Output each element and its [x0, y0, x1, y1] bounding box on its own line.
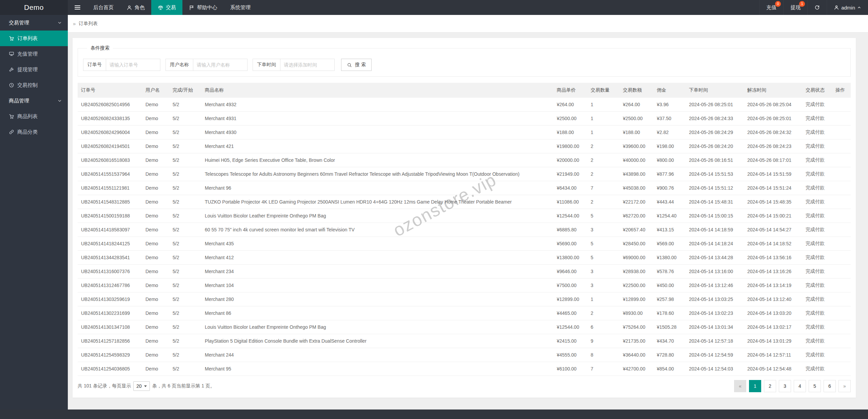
sidebar-item[interactable]: 订单列表: [0, 31, 68, 46]
nav-item[interactable]: 后台首页: [87, 0, 120, 15]
cell-order-time: 2024-05-14 14:18:24: [686, 237, 744, 251]
footer-strip: [0, 410, 868, 419]
cell-order-time: 2024-05-14 13:16:00: [686, 265, 744, 279]
cell-order-time: 2024-05-14 13:01:34: [686, 320, 744, 334]
user-menu[interactable]: admin: [827, 0, 868, 15]
table-row: UB2405260824338135 Demo 5/2 Merchant 493…: [78, 112, 851, 126]
board-icon: [9, 51, 14, 57]
refresh-button[interactable]: [807, 0, 827, 15]
cell-commission: ¥443.44: [653, 195, 686, 209]
cell-actions: [832, 279, 851, 292]
recharge-badge: 0: [775, 1, 781, 7]
page-button[interactable]: 5: [809, 380, 821, 392]
cell-commission: ¥728.80: [653, 348, 686, 362]
cell-unit-price: ¥19800.00: [553, 139, 587, 153]
sidebar-group-goods[interactable]: 商品管理: [0, 93, 68, 109]
sidebar-item[interactable]: 交易控制: [0, 77, 68, 93]
cell-actions: [832, 98, 851, 112]
table-header-cell: 订单号: [78, 83, 142, 98]
page-button[interactable]: 4: [794, 380, 806, 392]
breadcrumb: » 订单列表: [68, 15, 868, 33]
page-button[interactable]: »: [839, 380, 851, 392]
table-header-cell: 商品单价: [553, 83, 587, 98]
cell-amount: ¥69000.00: [619, 251, 653, 265]
search-field-input[interactable]: [280, 59, 335, 71]
cell-unit-price: ¥12544.00: [553, 209, 587, 223]
cell-amount: ¥188.00: [619, 126, 653, 139]
search-field-label: 订单号: [83, 59, 106, 71]
search-field-label: 下单时间: [253, 59, 280, 71]
nav-item[interactable]: 交易: [151, 0, 182, 15]
cell-progress: 5/2: [169, 126, 201, 139]
cell-username: Demo: [142, 306, 169, 320]
page-button[interactable]: «: [734, 380, 746, 392]
cell-status: 完成付款: [802, 320, 832, 334]
cell-username: Demo: [142, 251, 169, 265]
page-button[interactable]: 1: [749, 380, 761, 392]
cell-unit-price: ¥21949.00: [553, 167, 587, 181]
table-row: UB2405141418583097 Demo 5/2 60 55 70 75"…: [78, 223, 851, 237]
cell-actions: [832, 320, 851, 334]
search-field-input[interactable]: [193, 59, 248, 71]
cell-status: 完成付款: [802, 167, 832, 181]
sidebar-group-trade[interactable]: 交易管理: [0, 15, 68, 31]
cell-amount: ¥12899.00: [619, 292, 653, 306]
nav-item[interactable]: 角色: [120, 0, 151, 15]
cell-unfreeze-time: 2024-05-14 15:51:59: [744, 167, 802, 181]
cell-product-name: Merchant 4930: [201, 126, 553, 139]
cell-order-no: UB2405260824194501: [78, 139, 142, 153]
search-field-input[interactable]: [106, 59, 160, 71]
sidebar-item[interactable]: 商品列表: [0, 109, 68, 124]
cell-quantity: 1: [587, 126, 619, 139]
search-button[interactable]: 搜 索: [341, 59, 372, 71]
page-button[interactable]: 6: [824, 380, 836, 392]
search-panel-legend: 条件搜索: [87, 45, 113, 51]
pagination-pages: « 1 2 3 4 5 6 »: [731, 380, 851, 392]
cell-actions: [832, 237, 851, 251]
cell-unit-price: ¥6434.00: [553, 181, 587, 195]
cell-quantity: 2: [587, 167, 619, 181]
recharge-button[interactable]: 充值 0: [759, 0, 783, 15]
page-size-select[interactable]: 20: [133, 381, 150, 391]
page-button[interactable]: 2: [764, 380, 776, 392]
header-actions: 充值 0 提现 1 admin: [759, 0, 868, 15]
menu-toggle-button[interactable]: [68, 0, 87, 15]
cell-amount: ¥45038.00: [619, 181, 653, 195]
cell-commission: ¥2.82: [653, 126, 686, 139]
sidebar-item[interactable]: 充值管理: [0, 46, 68, 62]
cell-amount: ¥43898.00: [619, 167, 653, 181]
cell-unfreeze-time: 2024-05-14 12:54:48: [744, 362, 802, 376]
cell-username: Demo: [142, 265, 169, 279]
sidebar-item[interactable]: 商品分类: [0, 124, 68, 140]
cell-actions: [832, 348, 851, 362]
table-header-cell: 操作: [832, 83, 851, 98]
sidebar-item[interactable]: 提现管理: [0, 62, 68, 77]
cell-actions: [832, 153, 851, 167]
orders-table: 订单号 用户名 完成/开始 商品名称 商品单价 交易数量: [78, 83, 851, 376]
sidebar-item-label: 商品列表: [17, 113, 38, 120]
cell-amount: ¥75264.00: [619, 320, 653, 334]
cell-actions: [832, 334, 851, 348]
cell-order-time: 2024-05-14 13:02:23: [686, 306, 744, 320]
cell-order-time: 2024-05-14 15:51:12: [686, 181, 744, 195]
cell-status: 完成付款: [802, 265, 832, 279]
cell-order-no: UB2405141301347108: [78, 320, 142, 334]
breadcrumb-current: 订单列表: [79, 21, 98, 27]
search-field-group: 用户名称: [165, 59, 248, 71]
nav-item[interactable]: 帮助中心: [182, 0, 224, 15]
cell-order-no: UB2405141551537964: [78, 167, 142, 181]
cell-progress: 5/2: [169, 223, 201, 237]
cell-username: Demo: [142, 153, 169, 167]
cell-username: Demo: [142, 279, 169, 292]
cell-product-name: Merchant 96: [201, 181, 553, 195]
page-button[interactable]: 3: [779, 380, 791, 392]
cell-unfreeze-time: 2024-05-26 08:24:23: [744, 139, 802, 153]
cell-actions: [832, 306, 851, 320]
withdraw-button[interactable]: 提现 1: [783, 0, 807, 15]
cell-unit-price: ¥4465.00: [553, 306, 587, 320]
nav-item[interactable]: 系统管理: [224, 0, 257, 15]
cell-unfreeze-time: 2024-05-14 13:03:20: [744, 306, 802, 320]
table-row: UB2405141257182856 Demo 5/2 PlayStation …: [78, 334, 851, 348]
table-row: UB2405141316007376 Demo 5/2 Merchant 234…: [78, 265, 851, 279]
cell-amount: ¥22172.00: [619, 195, 653, 209]
